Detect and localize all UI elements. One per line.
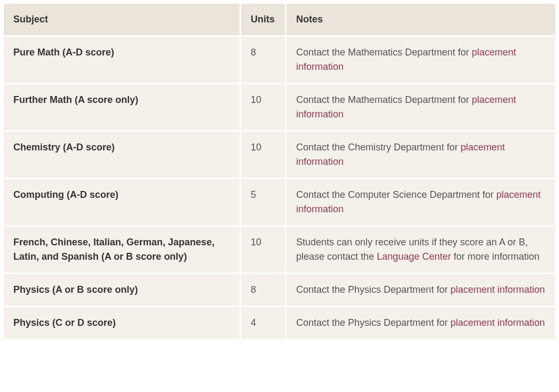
table-row: Physics (A or B score only) 8 Contact th… bbox=[4, 274, 555, 306]
cell-units: 4 bbox=[241, 307, 285, 339]
cell-notes: Students can only receive units if they … bbox=[286, 227, 555, 273]
cell-notes: Contact the Physics Department for place… bbox=[286, 274, 555, 306]
cell-subject: French, Chinese, Italian, German, Japane… bbox=[4, 227, 239, 273]
cell-notes: Contact the Computer Science Department … bbox=[286, 179, 555, 225]
cell-units: 10 bbox=[241, 84, 285, 130]
cell-notes: Contact the Mathematics Department for p… bbox=[286, 37, 555, 83]
cell-notes: Contact the Physics Department for place… bbox=[286, 307, 555, 339]
cell-subject: Computing (A-D score) bbox=[4, 179, 239, 225]
header-subject: Subject bbox=[4, 4, 239, 35]
table-row: Further Math (A score only) 10 Contact t… bbox=[4, 84, 555, 130]
cell-units: 8 bbox=[241, 37, 285, 83]
header-units: Units bbox=[241, 4, 285, 35]
notes-prefix: Contact the Mathematics Department for bbox=[296, 94, 472, 105]
cell-subject: Physics (C or D score) bbox=[4, 307, 239, 339]
table-row: Pure Math (A-D score) 8 Contact the Math… bbox=[4, 37, 555, 83]
notes-prefix: Contact the Mathematics Department for bbox=[296, 47, 472, 58]
cell-units: 5 bbox=[241, 179, 285, 225]
header-notes: Notes bbox=[286, 4, 555, 35]
cell-notes: Contact the Mathematics Department for p… bbox=[286, 84, 555, 130]
table-row: Chemistry (A-D score) 10 Contact the Che… bbox=[4, 132, 555, 178]
notes-link[interactable]: Language Center bbox=[377, 251, 451, 262]
cell-notes: Contact the Chemistry Department for pla… bbox=[286, 132, 555, 178]
table-row: French, Chinese, Italian, German, Japane… bbox=[4, 227, 555, 273]
cell-units: 8 bbox=[241, 274, 285, 306]
notes-prefix: Contact the Computer Science Department … bbox=[296, 189, 496, 200]
notes-prefix: Contact the Physics Department for bbox=[296, 317, 450, 328]
cell-subject: Chemistry (A-D score) bbox=[4, 132, 239, 178]
table-header-row: Subject Units Notes bbox=[4, 4, 555, 35]
notes-prefix: Contact the Chemistry Department for bbox=[296, 142, 460, 153]
cell-subject: Physics (A or B score only) bbox=[4, 274, 239, 306]
table-row: Computing (A-D score) 5 Contact the Comp… bbox=[4, 179, 555, 225]
cell-units: 10 bbox=[241, 132, 285, 178]
notes-link[interactable]: placement information bbox=[450, 317, 545, 328]
cell-units: 10 bbox=[241, 227, 285, 273]
table-row: Physics (C or D score) 4 Contact the Phy… bbox=[4, 307, 555, 339]
cell-subject: Further Math (A score only) bbox=[4, 84, 239, 130]
notes-link[interactable]: placement information bbox=[450, 284, 545, 295]
credit-table: Subject Units Notes Pure Math (A-D score… bbox=[2, 2, 557, 340]
cell-subject: Pure Math (A-D score) bbox=[4, 37, 239, 83]
notes-suffix: for more information bbox=[451, 251, 540, 262]
notes-prefix: Contact the Physics Department for bbox=[296, 284, 450, 295]
